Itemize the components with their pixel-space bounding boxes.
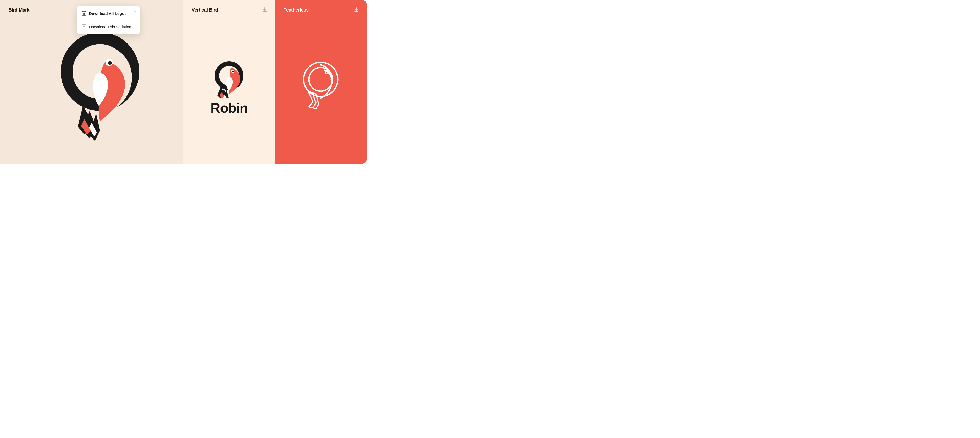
bird-mark-panel: Bird Mark × Download All Logos Download … [0, 0, 183, 164]
download-variation-button[interactable]: Download This Variation [77, 21, 140, 32]
download-variation-label: Download This Variation [89, 25, 131, 29]
download-dropdown: × Download All Logos Download This Varia… [77, 6, 140, 34]
download-all-button[interactable]: Download All Logos [77, 8, 140, 19]
close-icon[interactable]: × [134, 8, 136, 13]
dropdown-divider [77, 20, 140, 20]
download-all-label: Download All Logos [89, 11, 127, 16]
featherless-title: Featherless [283, 7, 309, 13]
featherless-logo-content [283, 13, 358, 156]
vertical-bird-content: Robin [192, 13, 267, 156]
robin-bird-mark [211, 59, 247, 98]
featherless-bird-mark [300, 59, 342, 111]
bird-mark-title: Bird Mark [8, 7, 29, 13]
svg-point-9 [232, 71, 234, 72]
vertical-bird-title: Vertical Bird [192, 7, 218, 13]
vertical-bird-panel: Vertical Bird Robin [183, 0, 275, 164]
download-variation-icon [82, 24, 86, 29]
download-featherless-icon[interactable] [353, 7, 359, 14]
robin-label: Robin [210, 100, 248, 116]
download-vertical-icon[interactable] [262, 7, 267, 14]
svg-point-5 [108, 61, 112, 65]
featherless-panel: Featherless [275, 0, 367, 164]
download-all-icon [82, 11, 86, 16]
bird-mark-logo [58, 30, 142, 146]
